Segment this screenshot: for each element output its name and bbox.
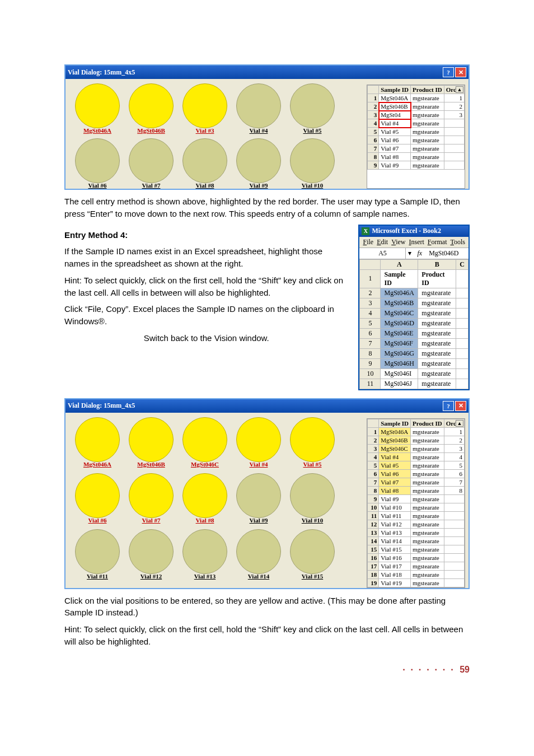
vial-circle[interactable] — [129, 138, 174, 183]
cell[interactable]: 9 — [368, 494, 379, 503]
table-row[interactable]: 17Vial #17mgstearate — [368, 562, 465, 570]
table-row[interactable]: 10Vial #10mgstearate — [368, 503, 465, 511]
vial[interactable]: Vial #10 — [288, 138, 336, 189]
menu-item[interactable]: View — [391, 238, 405, 246]
vial[interactable]: Vial #5 — [288, 417, 336, 468]
cell[interactable] — [456, 308, 469, 318]
cell[interactable]: Vial #4 — [379, 119, 411, 128]
cell[interactable]: mgstearate — [411, 153, 444, 161]
table-row[interactable]: 1MgSt046Amgstearate1 — [368, 427, 465, 436]
cell[interactable] — [444, 161, 464, 170]
cell[interactable]: Vial #18 — [379, 570, 411, 578]
cell[interactable]: 18 — [368, 570, 379, 578]
cell[interactable]: mgstearate — [411, 553, 444, 562]
cell[interactable] — [456, 368, 469, 379]
vial[interactable]: Vial #7 — [127, 473, 175, 524]
cell[interactable]: 5 — [444, 461, 464, 469]
cell[interactable]: mgstearate — [411, 461, 444, 469]
cell[interactable]: mgstearate — [411, 469, 444, 478]
cell[interactable]: mgstearate — [411, 503, 444, 511]
table-row[interactable]: 6Vial #6mgstearate — [368, 136, 465, 144]
vial-circle[interactable] — [182, 529, 227, 574]
excel-titlebar[interactable]: X Microsoft Excel - Book2 — [359, 226, 469, 237]
cell[interactable] — [444, 144, 464, 153]
row-number[interactable]: 8 — [360, 348, 381, 358]
cell[interactable]: Vial #13 — [379, 528, 411, 536]
vial-circle[interactable] — [290, 417, 335, 462]
row-number[interactable]: 11 — [360, 379, 381, 389]
table-row[interactable]: 10MgSt046Imgstearate — [360, 368, 469, 379]
cell[interactable]: mgstearate — [418, 318, 456, 328]
table-row[interactable]: 18Vial #18mgstearate — [368, 570, 465, 578]
cell[interactable]: 3 — [444, 111, 464, 119]
cell[interactable] — [456, 269, 469, 288]
cell[interactable]: Vial #6 — [379, 469, 411, 478]
table-row[interactable]: 1Sample IDProduct ID — [360, 269, 469, 288]
table-row[interactable]: 6MgSt046Emgstearate — [360, 328, 469, 338]
vial[interactable]: Vial #8 — [181, 473, 229, 524]
vial[interactable]: Vial #14 — [235, 529, 283, 580]
row-number[interactable]: 3 — [360, 298, 381, 308]
excel-grid[interactable]: ABC1Sample IDProduct ID2MgSt046Amgsteara… — [359, 259, 469, 389]
table-row[interactable]: 9Vial #9mgstearate — [368, 494, 465, 503]
vial-circle[interactable] — [75, 529, 120, 574]
vial[interactable]: Vial #11 — [73, 529, 121, 580]
cell[interactable]: Vial #17 — [379, 562, 411, 570]
menu-item[interactable]: Edit — [377, 238, 388, 246]
menu-item[interactable]: Insert — [409, 238, 424, 246]
vial-circle[interactable] — [182, 138, 227, 183]
cell[interactable] — [444, 136, 464, 144]
cell[interactable] — [444, 494, 464, 503]
vial[interactable]: Vial #15 — [288, 529, 336, 580]
cell[interactable]: mgstearate — [411, 486, 444, 494]
cell[interactable]: MgSt04 — [379, 111, 411, 119]
cell[interactable]: Vial #6 — [379, 136, 411, 144]
table-row[interactable]: 13Vial #13mgstearate — [368, 528, 465, 536]
table-row[interactable]: 5Vial #5mgstearate5 — [368, 461, 465, 469]
cell[interactable]: 5 — [368, 461, 379, 469]
cell[interactable]: mgstearate — [411, 545, 444, 553]
cell[interactable]: 15 — [368, 545, 379, 553]
cell[interactable]: mgstearate — [411, 136, 444, 144]
cell[interactable]: 5 — [368, 128, 379, 136]
cell[interactable] — [444, 520, 464, 528]
cell[interactable]: mgstearate — [411, 144, 444, 153]
cell[interactable]: mgstearate — [411, 102, 444, 111]
cell[interactable] — [444, 536, 464, 545]
cell[interactable]: mgstearate — [411, 128, 444, 136]
cell[interactable]: Product ID — [418, 269, 456, 288]
vial[interactable]: Vial #12 — [127, 529, 175, 580]
cell[interactable]: mgstearate — [411, 119, 444, 128]
cell[interactable]: MgSt046J — [381, 379, 418, 389]
row-number[interactable]: 4 — [360, 308, 381, 318]
cell[interactable]: mgstearate — [411, 111, 444, 119]
vial[interactable]: Vial #13 — [181, 529, 229, 580]
sample-grid[interactable]: ▲ Sample IDProduct IDOrder1MgSt046Amgste… — [367, 85, 465, 189]
cell[interactable] — [456, 318, 469, 328]
cell[interactable]: MgSt046B — [381, 298, 418, 308]
cell[interactable] — [456, 358, 469, 368]
cell[interactable]: MgSt046E — [381, 328, 418, 338]
cell[interactable]: mgstearate — [411, 528, 444, 536]
vial-circle[interactable] — [290, 529, 335, 574]
cell[interactable]: Vial #14 — [379, 536, 411, 545]
cell[interactable]: mgstearate — [411, 570, 444, 578]
table-row[interactable]: 4Vial #4mgstearate4 — [368, 452, 465, 461]
cell[interactable]: mgstearate — [411, 536, 444, 545]
cell[interactable]: 2 — [368, 102, 379, 111]
cell[interactable]: mgstearate — [411, 578, 444, 587]
cell[interactable]: mgstearate — [411, 452, 444, 461]
cell[interactable]: MgSt046I — [381, 368, 418, 379]
table-row[interactable]: 19Vial #19mgstearate — [368, 578, 465, 587]
cell[interactable]: MgSt046A — [381, 288, 418, 298]
cell[interactable]: mgstearate — [411, 427, 444, 436]
cell[interactable] — [444, 562, 464, 570]
table-row[interactable]: 11MgSt046Jmgstearate — [360, 379, 469, 389]
cell[interactable]: Vial #9 — [379, 494, 411, 503]
cell[interactable]: mgstearate — [411, 436, 444, 444]
table-row[interactable]: 3MgSt046Bmgstearate — [360, 298, 469, 308]
cell[interactable] — [444, 153, 464, 161]
cell[interactable]: mgstearate — [418, 358, 456, 368]
table-row[interactable]: 16Vial #16mgstearate — [368, 553, 465, 562]
cell[interactable]: MgSt046F — [381, 338, 418, 348]
